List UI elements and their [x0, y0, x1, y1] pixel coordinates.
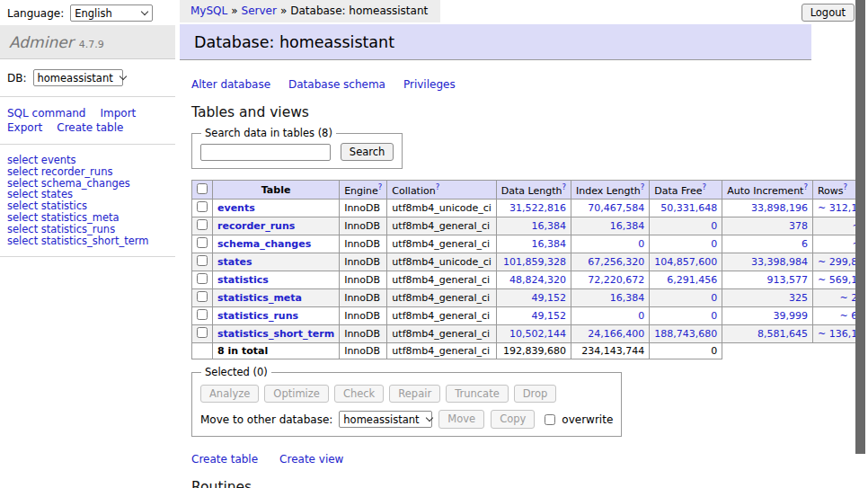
tables-table-head: TableEngine?Collation?Data Length?Index …: [192, 181, 868, 200]
table-link-events[interactable]: events: [217, 202, 255, 214]
row-checkbox[interactable]: [197, 327, 208, 338]
index-length-cell[interactable]: 24,166,400: [571, 325, 650, 343]
auto-increment-cell[interactable]: 8,581,645: [722, 325, 813, 343]
index-length-cell[interactable]: 0: [571, 307, 650, 325]
sidebar-link-select-statistics-runs[interactable]: select statistics_runs: [7, 224, 168, 235]
data-free-cell[interactable]: 104,857,600: [650, 253, 722, 271]
repair-button[interactable]: Repair: [389, 385, 440, 403]
help-link[interactable]: ?: [378, 182, 383, 191]
help-link[interactable]: ?: [562, 182, 567, 191]
auto-increment-cell[interactable]: 378: [722, 217, 813, 235]
data-length-cell[interactable]: 10,502,144: [496, 325, 571, 343]
auto-increment-cell[interactable]: 33,398,984: [722, 253, 813, 271]
table-row-statistics: statisticsInnoDButf8mb4_general_ci48,824…: [192, 271, 868, 289]
collation-cell: utf8mb4_general_ci: [387, 235, 496, 253]
sidebar-link-select-statistics-short-term[interactable]: select statistics_short_term: [7, 235, 168, 247]
help-link[interactable]: ?: [641, 182, 645, 191]
table-link-statistics[interactable]: statistics: [217, 274, 269, 286]
data-free-cell[interactable]: 188,743,680: [650, 325, 722, 343]
db-action-privileges[interactable]: Privileges: [403, 78, 456, 91]
search-button[interactable]: Search: [341, 143, 394, 161]
adminer-logo: Adminer 4.7.9: [0, 25, 175, 59]
collation-cell: utf8mb4_general_ci: [387, 217, 496, 235]
overwrite-checkbox[interactable]: [545, 414, 555, 425]
drop-button[interactable]: Drop: [514, 385, 557, 403]
db-action-alter-database[interactable]: Alter database: [191, 78, 270, 91]
col-header-data-length: Data Length?: [496, 181, 571, 200]
help-link[interactable]: ?: [844, 182, 848, 191]
table-link-statistics-runs[interactable]: statistics_runs: [217, 310, 298, 322]
col-header-index-length: Index Length?: [571, 181, 650, 200]
routines-heading: Routines: [191, 479, 811, 488]
scrollbar-thumb[interactable]: [855, 0, 865, 454]
sidebar-action-import[interactable]: Import: [100, 107, 136, 120]
table-link-schema-changes[interactable]: schema_changes: [217, 238, 311, 250]
db-select[interactable]: homeassistant: [33, 69, 123, 86]
collation-cell: utf8mb4_general_ci: [387, 307, 496, 325]
language-select[interactable]: English: [70, 4, 153, 22]
data-length-cell[interactable]: 16,384: [496, 217, 571, 235]
data-length-cell[interactable]: 48,824,320: [496, 271, 571, 289]
index-length-cell[interactable]: 72,220,672: [571, 271, 650, 289]
data-length-cell[interactable]: 49,152: [496, 289, 571, 307]
help-link[interactable]: ?: [702, 182, 706, 191]
sidebar-table-links: select eventsselect recorder_runsselect …: [0, 145, 175, 257]
row-checkbox[interactable]: [197, 201, 208, 212]
scrollbar-track[interactable]: [855, 0, 868, 488]
sidebar-action-export[interactable]: Export: [7, 121, 42, 134]
auto-increment-cell[interactable]: 33,898,196: [722, 200, 813, 217]
data-length-cell[interactable]: 16,384: [496, 235, 571, 253]
index-length-cell[interactable]: 0: [571, 235, 650, 253]
data-length-cell[interactable]: 31,522,816: [496, 200, 571, 217]
table-link-recorder-runs[interactable]: recorder_runs: [217, 220, 295, 232]
auto-increment-cell[interactable]: 325: [722, 289, 813, 307]
row-checkbox[interactable]: [197, 309, 208, 320]
data-free-cell[interactable]: 0: [650, 289, 722, 307]
index-length-cell[interactable]: 16,384: [571, 217, 650, 235]
sidebar-action-sql-command[interactable]: SQL command: [7, 107, 85, 120]
data-free-cell[interactable]: 0: [650, 217, 722, 235]
sidebar-link-select-events[interactable]: select events: [7, 155, 168, 166]
data-length-cell[interactable]: 101,859,328: [496, 253, 571, 271]
bottom-link-create-table[interactable]: Create table: [191, 453, 258, 466]
row-checkbox[interactable]: [197, 273, 208, 284]
copy-button[interactable]: Copy: [491, 410, 535, 428]
row-checkbox[interactable]: [197, 255, 208, 266]
page-title: Database: homeassistant: [194, 33, 394, 51]
sidebar-link-select-statistics-meta[interactable]: select statistics_meta: [7, 212, 168, 224]
data-free-cell[interactable]: 6,291,456: [650, 271, 722, 289]
row-checkbox[interactable]: [197, 237, 208, 248]
move-db-select[interactable]: homeassistant: [339, 411, 432, 428]
auto-increment-cell[interactable]: 6: [722, 235, 813, 253]
select-all-checkbox[interactable]: [197, 183, 208, 194]
help-link[interactable]: ?: [436, 182, 440, 191]
truncate-button[interactable]: Truncate: [446, 385, 509, 403]
table-link-states[interactable]: states: [217, 256, 252, 268]
bottom-link-create-view[interactable]: Create view: [279, 453, 343, 466]
sidebar-link-select-recorder-runs[interactable]: select recorder_runs: [7, 166, 168, 178]
move-button[interactable]: Move: [438, 410, 484, 428]
index-length-cell[interactable]: 70,467,584: [571, 200, 650, 217]
data-length-cell[interactable]: 49,152: [496, 307, 571, 325]
search-input[interactable]: [200, 144, 331, 161]
total-data-free-cell: 0: [650, 343, 722, 359]
analyze-button[interactable]: Analyze: [200, 385, 259, 403]
optimize-button[interactable]: Optimize: [264, 385, 329, 403]
sidebar-action-create-table[interactable]: Create table: [57, 121, 123, 134]
sidebar-actions: SQL commandImportExportCreate table: [7, 107, 165, 134]
check-button[interactable]: Check: [334, 385, 384, 403]
index-length-cell[interactable]: 16,384: [571, 289, 650, 307]
row-checkbox[interactable]: [197, 219, 208, 230]
help-link[interactable]: ?: [803, 182, 808, 191]
table-row-statistics-short-term: statistics_short_termInnoDButf8mb4_gener…: [192, 325, 868, 343]
data-free-cell[interactable]: 50,331,648: [650, 200, 722, 217]
table-link-statistics-meta[interactable]: statistics_meta: [217, 292, 302, 304]
data-free-cell[interactable]: 0: [650, 235, 722, 253]
index-length-cell[interactable]: 67,256,320: [571, 253, 650, 271]
row-checkbox[interactable]: [197, 291, 208, 302]
table-link-statistics-short-term[interactable]: statistics_short_term: [217, 328, 334, 340]
auto-increment-cell[interactable]: 39,999: [722, 307, 813, 325]
db-action-database-schema[interactable]: Database schema: [288, 78, 385, 91]
data-free-cell[interactable]: 0: [650, 307, 722, 325]
auto-increment-cell[interactable]: 913,577: [722, 271, 813, 289]
